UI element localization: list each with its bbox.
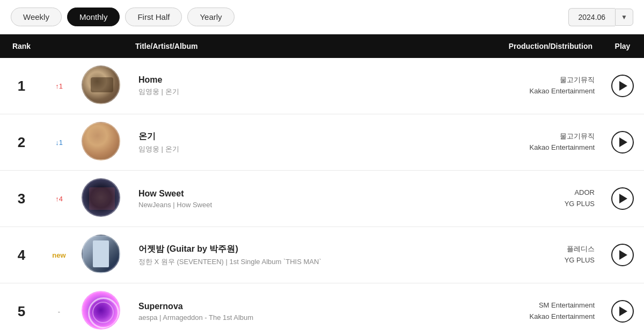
production-line2: Kakao Entertainment — [530, 143, 595, 151]
song-artist-album: 임영웅 | 온기 — [138, 87, 436, 97]
play-cell — [601, 114, 644, 171]
table-row: 1 ↑1 Home 임영웅 | 온기 물고기뮤직 Kakao Entertain… — [0, 58, 644, 114]
rank-change: - — [43, 283, 75, 337]
song-info-cell: 어젯밤 (Guitar by 박주원) 정한 X 원우 (SEVENTEEN) … — [127, 227, 442, 283]
change-indicator: - — [58, 308, 60, 316]
table-row: 2 ↓1 온기 임영웅 | 온기 물고기뮤직 Kakao Entertainme… — [0, 114, 644, 171]
song-title: Home — [138, 75, 436, 85]
rank-change: ↑4 — [43, 171, 75, 227]
album-art — [82, 178, 120, 217]
song-title: 온기 — [138, 131, 436, 142]
song-info-cell: 온기 임영웅 | 온기 — [127, 114, 442, 171]
production-line1: ADOR — [574, 188, 595, 196]
album-art — [82, 122, 120, 160]
play-cell — [601, 227, 644, 283]
play-icon — [619, 250, 627, 260]
song-title: Supernova — [138, 302, 436, 311]
filter-first-half[interactable]: First Half — [125, 8, 182, 26]
song-info: How Sweet NewJeans | How Sweet — [133, 189, 436, 209]
date-value[interactable]: 2024.06 — [568, 8, 616, 26]
song-artist-album: aespa | Armageddon - The 1st Album — [138, 313, 436, 322]
rank-change: new — [43, 227, 75, 283]
rank-number: 2 — [0, 114, 43, 171]
album-art-cell — [75, 227, 127, 283]
production-line1: SM Entertainment — [539, 301, 595, 309]
play-button[interactable] — [611, 244, 634, 266]
play-button[interactable] — [611, 187, 634, 210]
date-picker: 2024.06 ▼ — [568, 8, 634, 26]
production-line1: 물고기뮤직 — [560, 132, 595, 140]
header-change — [43, 34, 75, 58]
album-art — [82, 65, 120, 104]
play-button[interactable] — [611, 131, 634, 154]
rank-number: 3 — [0, 171, 43, 227]
play-icon — [619, 137, 627, 147]
rank-number: 4 — [0, 227, 43, 283]
production-cell: 플레디스 YG PLUS — [442, 227, 601, 283]
production-line2: Kakao Entertainment — [530, 312, 595, 320]
table-row: 5 - Supernova aespa | Armageddon - The 1… — [0, 283, 644, 337]
album-art-cell — [75, 58, 127, 114]
production-cell: 물고기뮤직 Kakao Entertainment — [442, 58, 601, 114]
header-play: Play — [601, 34, 644, 58]
play-button[interactable] — [611, 75, 634, 97]
play-cell — [601, 58, 644, 114]
play-icon — [619, 81, 627, 91]
album-art-cell — [75, 114, 127, 171]
header-production: Production/Distribution — [442, 34, 601, 58]
chart-table: Rank Title/Artist/Album Production/Distr… — [0, 34, 644, 336]
play-button[interactable] — [611, 300, 634, 323]
song-info-cell: Supernova aespa | Armageddon - The 1st A… — [127, 283, 442, 337]
header-title: Title/Artist/Album — [127, 34, 442, 58]
filter-weekly[interactable]: Weekly — [11, 8, 62, 26]
change-indicator: ↑4 — [55, 195, 63, 203]
play-icon — [619, 306, 627, 316]
production-line1: 물고기뮤직 — [560, 76, 595, 84]
song-info-cell: How Sweet NewJeans | How Sweet — [127, 171, 442, 227]
rank-number: 1 — [0, 58, 43, 114]
song-info: Supernova aespa | Armageddon - The 1st A… — [133, 302, 436, 322]
production-cell: SM Entertainment Kakao Entertainment — [442, 283, 601, 337]
album-art-cell — [75, 171, 127, 227]
rank-change: ↑1 — [43, 58, 75, 114]
date-dropdown-arrow[interactable]: ▼ — [615, 9, 633, 26]
song-title: 어젯밤 (Guitar by 박주원) — [138, 244, 436, 255]
chart-header: Rank Title/Artist/Album Production/Distr… — [0, 34, 644, 58]
production-cell: ADOR YG PLUS — [442, 171, 601, 227]
song-info-cell: Home 임영웅 | 온기 — [127, 58, 442, 114]
production-line2: YG PLUS — [565, 200, 595, 208]
play-icon — [619, 194, 627, 203]
production-line2: YG PLUS — [565, 256, 595, 264]
change-indicator: ↑1 — [55, 82, 63, 90]
song-info: 온기 임영웅 | 온기 — [133, 131, 436, 154]
change-indicator: new — [52, 251, 65, 259]
chart-body: 1 ↑1 Home 임영웅 | 온기 물고기뮤직 Kakao Entertain… — [0, 58, 644, 336]
play-cell — [601, 171, 644, 227]
album-art — [82, 291, 120, 330]
filter-bar: Weekly Monthly First Half Yearly 2024.06… — [0, 0, 644, 34]
play-cell — [601, 283, 644, 337]
song-info: 어젯밤 (Guitar by 박주원) 정한 X 원우 (SEVENTEEN) … — [133, 244, 436, 267]
header-rank: Rank — [0, 34, 43, 58]
header-art — [75, 34, 127, 58]
table-row: 3 ↑4 How Sweet NewJeans | How Sweet ADOR… — [0, 171, 644, 227]
production-line2: Kakao Entertainment — [530, 87, 595, 95]
album-art-cell — [75, 283, 127, 337]
song-artist-album: 임영웅 | 온기 — [138, 144, 436, 154]
change-indicator: ↓1 — [55, 138, 63, 147]
song-info: Home 임영웅 | 온기 — [133, 75, 436, 97]
table-row: 4 new 어젯밤 (Guitar by 박주원) 정한 X 원우 (SEVEN… — [0, 227, 644, 283]
rank-number: 5 — [0, 283, 43, 337]
rank-change: ↓1 — [43, 114, 75, 171]
song-artist-album: 정한 X 원우 (SEVENTEEN) | 1st Single Album `… — [138, 257, 436, 267]
production-line1: 플레디스 — [567, 245, 595, 253]
song-artist-album: NewJeans | How Sweet — [138, 201, 436, 209]
filter-yearly[interactable]: Yearly — [187, 8, 234, 26]
song-title: How Sweet — [138, 189, 436, 199]
production-cell: 물고기뮤직 Kakao Entertainment — [442, 114, 601, 171]
filter-monthly[interactable]: Monthly — [67, 8, 120, 26]
album-art — [82, 235, 120, 273]
